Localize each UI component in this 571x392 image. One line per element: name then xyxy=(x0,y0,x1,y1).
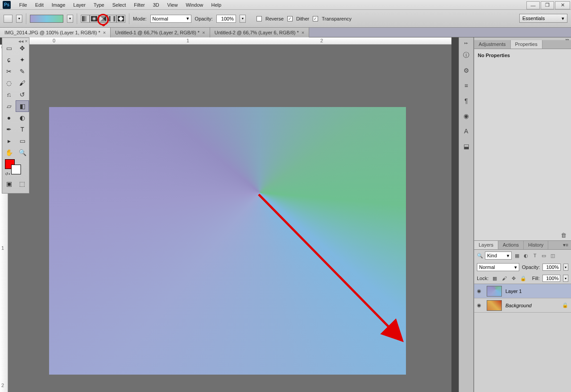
layer-filter-kind[interactable]: Kind▾ xyxy=(485,252,512,260)
menu-3d[interactable]: 3D xyxy=(149,1,163,9)
visibility-icon[interactable]: ◉ xyxy=(477,302,483,308)
fill-dropdown[interactable]: ▾ xyxy=(563,275,568,282)
filter-adjust-icon[interactable]: ◐ xyxy=(522,252,530,259)
layer-thumbnail[interactable] xyxy=(487,300,502,311)
menu-view[interactable]: View xyxy=(163,1,182,9)
menu-filter[interactable]: Filter xyxy=(130,1,149,9)
close-icon[interactable]: × xyxy=(103,30,106,35)
info-icon[interactable]: ⓘ xyxy=(461,50,471,60)
tool-zoom[interactable]: 🔍 xyxy=(16,147,29,158)
lock-all-icon[interactable]: 🔒 xyxy=(520,275,526,282)
filter-shape-icon[interactable]: ▭ xyxy=(540,252,547,259)
lock-position-icon[interactable]: ✥ xyxy=(510,275,517,282)
tool-dodge[interactable]: ◐ xyxy=(16,112,29,124)
lock-transparent-icon[interactable]: ▩ xyxy=(491,275,498,282)
tool-pen[interactable]: ✒ xyxy=(2,124,16,135)
dither-checkbox[interactable]: ✓ xyxy=(287,16,293,21)
visibility-icon[interactable]: ◉ xyxy=(477,288,483,294)
filter-pixel-icon[interactable]: ▦ xyxy=(513,252,521,259)
gradient-linear-button[interactable] xyxy=(81,15,90,23)
tool-wand[interactable]: ✦ xyxy=(16,54,29,66)
paragraph-styles-icon[interactable]: ≡ xyxy=(461,81,471,91)
character-icon[interactable]: A xyxy=(461,126,471,136)
gradient-preview[interactable] xyxy=(30,15,63,23)
canvas[interactable] xyxy=(49,107,406,375)
layer-opacity-dropdown[interactable]: ▾ xyxy=(563,264,568,271)
tool-shape[interactable]: ▭ xyxy=(16,135,29,147)
tool-move[interactable]: ✥ xyxy=(16,42,29,54)
menu-file[interactable]: File xyxy=(15,1,31,9)
gradient-diamond-button[interactable] xyxy=(116,15,125,23)
lock-paint-icon[interactable]: 🖌 xyxy=(501,275,508,282)
tool-stamp[interactable]: ⎌ xyxy=(2,89,16,100)
layer-row[interactable]: ◉ Layer 1 xyxy=(474,284,571,298)
reverse-checkbox[interactable] xyxy=(257,16,262,21)
tab-actions[interactable]: Actions xyxy=(498,241,524,249)
swap-swatches-icon[interactable]: ↺▪ xyxy=(5,172,10,176)
tool-patch[interactable]: ◌ xyxy=(2,77,16,89)
menu-edit[interactable]: Edit xyxy=(31,1,48,9)
tool-history-brush[interactable]: ↺ xyxy=(16,89,29,100)
layer-name[interactable]: Background xyxy=(505,303,532,308)
menu-window[interactable]: Window xyxy=(182,1,207,9)
mode-select[interactable]: Normal▾ xyxy=(150,15,191,23)
opacity-input[interactable]: 100% xyxy=(216,15,236,23)
tool-lasso[interactable]: ɕ xyxy=(2,54,16,66)
menu-image[interactable]: Image xyxy=(48,1,70,9)
paragraph-icon[interactable]: ¶ xyxy=(461,96,471,106)
close-icon[interactable]: × xyxy=(202,30,205,35)
layer-opacity-input[interactable]: 100% xyxy=(542,264,560,271)
tool-blur[interactable]: ● xyxy=(2,112,16,124)
opacity-dropdown[interactable]: ▾ xyxy=(240,15,246,23)
clone-source-icon[interactable]: ◉ xyxy=(461,111,471,121)
trash-icon[interactable]: 🗑 xyxy=(561,232,567,239)
menu-type[interactable]: Type xyxy=(90,1,108,9)
document-tab[interactable]: Untitled-1 @ 66,7% (Layer 2, RGB/8) *× xyxy=(111,28,210,37)
fill-input[interactable]: 100% xyxy=(542,275,561,282)
transparency-checkbox[interactable]: ✓ xyxy=(313,16,318,21)
strip-collapse-icon[interactable]: ▸▸ xyxy=(464,41,468,45)
tool-brush[interactable]: 🖌 xyxy=(16,77,29,89)
tools-panel[interactable]: ◂◂× ▭✥ ɕ✦ ✂✎ ◌🖌 ⎌↺ ▱◧ ●◐ ✒T ▸▭ ✋🔍 ↺▪ ▣⬚ xyxy=(2,37,29,194)
menu-help[interactable]: Help xyxy=(207,1,226,9)
tool-preset-button[interactable] xyxy=(4,15,12,23)
tab-properties[interactable]: Properties xyxy=(511,40,542,49)
layer-thumbnail[interactable] xyxy=(487,286,502,297)
gradient-radial-button[interactable] xyxy=(90,15,99,23)
menu-select[interactable]: Select xyxy=(108,1,130,9)
window-minimize-button[interactable]: — xyxy=(526,1,540,9)
ruler-horizontal[interactable]: 0 1 2 xyxy=(8,37,451,45)
layer-blend-mode[interactable]: Normal▾ xyxy=(477,263,519,271)
window-close-button[interactable]: ✕ xyxy=(555,1,570,9)
tool-eraser[interactable]: ▱ xyxy=(2,100,16,112)
tool-quick-mask[interactable]: ▣ xyxy=(4,178,14,190)
filter-smart-icon[interactable]: ◫ xyxy=(549,252,556,259)
tool-type[interactable]: T xyxy=(16,124,29,135)
tool-preset-dropdown[interactable]: ▾ xyxy=(16,15,22,23)
tool-eyedropper[interactable]: ✎ xyxy=(16,66,29,77)
gradient-reflected-button[interactable] xyxy=(108,15,116,23)
filter-type-icon[interactable]: T xyxy=(531,252,538,259)
swatches-icon[interactable]: ⬓ xyxy=(461,141,471,151)
background-swatch[interactable] xyxy=(11,165,21,174)
panel-menu-icon[interactable]: ▾≡ xyxy=(560,241,571,249)
canvas-viewport[interactable] xyxy=(8,45,451,392)
tool-path-select[interactable]: ▸ xyxy=(2,135,16,147)
tool-gradient[interactable]: ◧ xyxy=(16,100,29,112)
layer-name[interactable]: Layer 1 xyxy=(505,289,522,294)
tab-adjustments[interactable]: Adjustments xyxy=(474,40,511,49)
tool-screen-mode[interactable]: ⬚ xyxy=(17,178,27,190)
tab-layers[interactable]: Layers xyxy=(474,241,498,249)
document-tab[interactable]: IMG_2014.JPG @ 100% (Layer 1, RGB/8) *× xyxy=(0,28,111,37)
tool-marquee[interactable]: ▭ xyxy=(2,42,16,54)
tool-hand[interactable]: ✋ xyxy=(2,147,16,158)
gradient-picker-dropdown[interactable]: ▾ xyxy=(67,15,73,23)
search-icon[interactable]: 🔍 xyxy=(477,253,483,259)
document-tab[interactable]: Untitled-2 @ 66,7% (Layer 6, RGB/8) *× xyxy=(210,28,310,37)
menu-layer[interactable]: Layer xyxy=(69,1,90,9)
window-maximize-button[interactable]: ❐ xyxy=(541,1,554,9)
close-icon[interactable]: × xyxy=(25,38,28,42)
close-icon[interactable]: × xyxy=(302,30,304,35)
gear-icon[interactable]: ⚙ xyxy=(461,66,471,75)
tool-crop[interactable]: ✂ xyxy=(2,66,16,77)
